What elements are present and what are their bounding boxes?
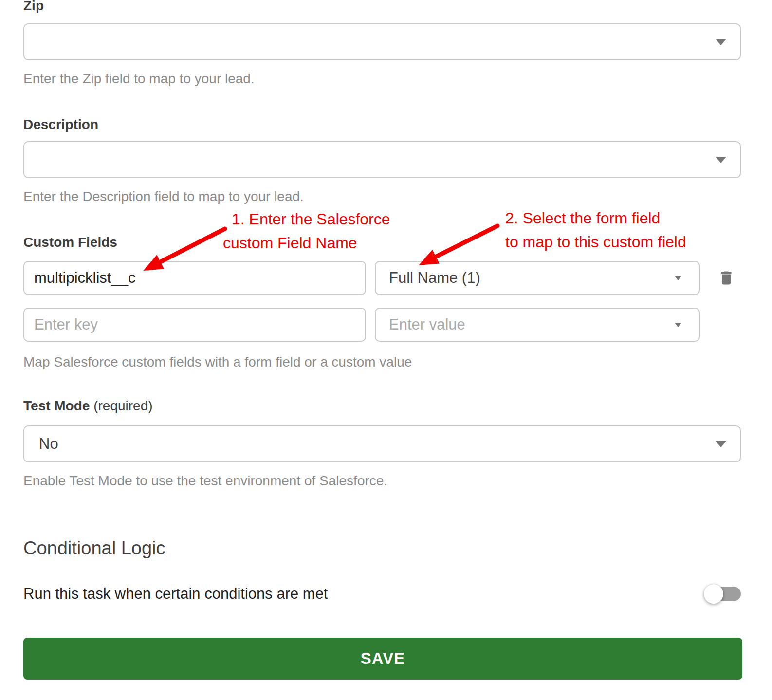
description-label: Description (23, 117, 741, 132)
toggle-knob (704, 584, 723, 604)
test-mode-field-group: Test Mode (required) No Enable Test Mode… (23, 398, 741, 489)
trash-icon (717, 269, 735, 287)
description-field-group: Description Enter the Description field … (23, 117, 741, 204)
description-help-text: Enter the Description field to map to yo… (23, 189, 741, 204)
custom-field-value-text: Full Name (1) (389, 269, 480, 287)
test-mode-select-value: No (39, 435, 58, 453)
zip-label: Zip (23, 0, 741, 14)
custom-field-row: Full Name (1) (23, 261, 741, 295)
custom-field-value-placeholder: Enter value (389, 316, 465, 333)
required-suffix: (required) (90, 398, 152, 413)
chevron-down-icon (716, 39, 726, 45)
conditional-logic-toggle-label: Run this task when certain conditions ar… (23, 585, 328, 603)
custom-field-row: Enter value (23, 308, 741, 342)
zip-help-text: Enter the Zip field to map to your lead. (23, 71, 741, 87)
chevron-down-icon (675, 323, 681, 327)
chevron-down-icon (675, 276, 681, 280)
test-mode-label: Test Mode (required) (23, 398, 741, 414)
save-button[interactable]: SAVE (23, 638, 742, 680)
annotation-note-2-line-1: 2. Select the form field (505, 206, 686, 230)
test-mode-select[interactable]: No (23, 425, 741, 462)
chevron-down-icon (716, 441, 726, 447)
chevron-down-icon (716, 157, 726, 163)
delete-row-button[interactable] (717, 269, 735, 287)
conditional-logic-row: Run this task when certain conditions ar… (23, 584, 741, 604)
conditional-logic-toggle[interactable] (705, 584, 741, 604)
annotation-note-1-line-1: 1. Enter the Salesforce (223, 207, 390, 231)
description-select[interactable] (23, 141, 741, 178)
custom-field-value-select[interactable]: Full Name (1) (375, 261, 700, 295)
custom-field-value-select[interactable]: Enter value (375, 308, 700, 342)
annotation-note-2-line-2: to map to this custom field (505, 230, 686, 254)
custom-field-key-input[interactable] (23, 308, 366, 342)
annotation-note-2: 2. Select the form field to map to this … (505, 206, 686, 254)
annotation-note-1: 1. Enter the Salesforce custom Field Nam… (223, 207, 390, 255)
zip-field-group: Zip Enter the Zip field to map to your l… (23, 0, 741, 87)
annotation-note-1-line-2: custom Field Name (223, 231, 390, 255)
conditional-logic-title: Conditional Logic (23, 537, 741, 559)
test-mode-help-text: Enable Test Mode to use the test environ… (23, 473, 741, 489)
custom-fields-help-text: Map Salesforce custom fields with a form… (23, 354, 741, 370)
zip-select[interactable] (23, 23, 741, 60)
custom-field-key-input[interactable] (23, 261, 366, 295)
